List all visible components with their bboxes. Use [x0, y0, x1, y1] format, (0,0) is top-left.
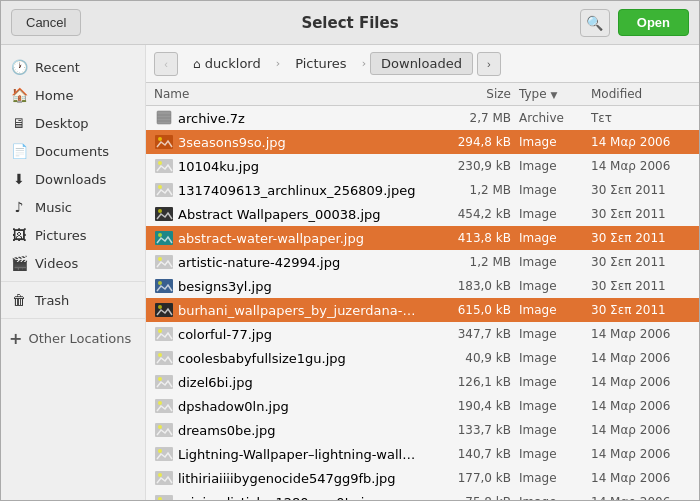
file-type: Image [511, 447, 591, 461]
breadcrumb-downloaded-label: Downloaded [381, 56, 462, 71]
sidebar-label-pictures: Pictures [35, 228, 86, 243]
svg-point-9 [158, 161, 162, 165]
file-type: Image [511, 231, 591, 245]
file-modified: 14 Μαρ 2006 [591, 135, 691, 149]
breadcrumb-forward-button[interactable]: › [477, 52, 501, 76]
table-row[interactable]: archive.7z 2,7 MB Archive Τετ [146, 106, 699, 130]
sidebar-item-trash[interactable]: 🗑 Trash [1, 286, 145, 314]
file-size: 75,8 kB [421, 495, 511, 500]
file-size: 133,7 kB [421, 423, 511, 437]
file-type: Image [511, 183, 591, 197]
table-row[interactable]: 3seasons9so.jpg 294,8 kB Image 14 Μαρ 20… [146, 130, 699, 154]
table-row[interactable]: coolesbabyfullsize1gu.jpg 40,9 kB Image … [146, 346, 699, 370]
table-row[interactable]: Lightning-Wallpaper–lightning-wallpapers… [146, 442, 699, 466]
file-size: 1,2 MB [421, 183, 511, 197]
header-left: Cancel [11, 9, 81, 36]
main-area: 🕐 Recent 🏠 Home 🖥 Desktop 📄 Documents ⬇ … [1, 45, 699, 500]
file-icon [154, 350, 174, 366]
file-dialog: Cancel Select Files 🔍 Open 🕐 Recent 🏠 Ho… [0, 0, 700, 501]
table-row[interactable]: dizel6bi.jpg 126,1 kB Image 14 Μαρ 2006 [146, 370, 699, 394]
file-type: Image [511, 375, 591, 389]
file-modified: 14 Μαρ 2006 [591, 495, 691, 500]
file-type: Image [511, 495, 591, 500]
file-size: 2,7 MB [421, 111, 511, 125]
sidebar-item-pictures[interactable]: 🖼 Pictures [1, 221, 145, 249]
file-list: archive.7z 2,7 MB Archive Τετ 3seasons9s… [146, 106, 699, 500]
file-modified: 30 Σεπ 2011 [591, 207, 691, 221]
table-row[interactable]: dreams0be.jpg 133,7 kB Image 14 Μαρ 2006 [146, 418, 699, 442]
file-modified: 14 Μαρ 2006 [591, 423, 691, 437]
sidebar-item-music[interactable]: ♪ Music [1, 193, 145, 221]
breadcrumb-separator-2: › [362, 57, 366, 70]
file-name: archive.7z [178, 111, 421, 126]
table-row[interactable]: lithiriaiiiibygenocide547gg9fb.jpg 177,0… [146, 466, 699, 490]
pictures-icon: 🖼 [11, 227, 27, 243]
file-type: Image [511, 207, 591, 221]
table-row[interactable]: burhani_wallpapers_by_juzerdana-d3k4h2q.… [146, 298, 699, 322]
sidebar-item-documents[interactable]: 📄 Documents [1, 137, 145, 165]
sidebar-item-recent[interactable]: 🕐 Recent [1, 53, 145, 81]
sidebar-item-downloads[interactable]: ⬇ Downloads [1, 165, 145, 193]
col-header-type[interactable]: Type ▼ [511, 87, 591, 101]
breadcrumb-pictures-label: Pictures [295, 56, 346, 71]
file-modified: 30 Σεπ 2011 [591, 183, 691, 197]
file-type: Image [511, 159, 591, 173]
sidebar-item-home[interactable]: 🏠 Home [1, 81, 145, 109]
file-size: 183,0 kB [421, 279, 511, 293]
header-right: 🔍 Open [580, 9, 689, 37]
file-size: 40,9 kB [421, 351, 511, 365]
file-size: 177,0 kB [421, 471, 511, 485]
file-size: 230,9 kB [421, 159, 511, 173]
table-row[interactable]: 1317409613_archlinux_256809.jpeg 1,2 MB … [146, 178, 699, 202]
table-row[interactable]: dpshadow0ln.jpg 190,4 kB Image 14 Μαρ 20… [146, 394, 699, 418]
svg-point-12 [158, 185, 162, 189]
file-icon [154, 158, 174, 174]
chevron-left-icon: ‹ [164, 58, 168, 70]
table-row[interactable]: 10104ku.jpg 230,9 kB Image 14 Μαρ 2006 [146, 154, 699, 178]
sidebar-item-videos[interactable]: 🎬 Videos [1, 249, 145, 277]
breadcrumb-back-button[interactable]: ‹ [154, 52, 178, 76]
breadcrumb-home[interactable]: ⌂ ducklord [182, 52, 272, 75]
svg-point-27 [158, 305, 162, 309]
file-type: Image [511, 399, 591, 413]
sidebar-label-desktop: Desktop [35, 116, 89, 131]
search-button[interactable]: 🔍 [580, 9, 610, 37]
svg-point-36 [158, 377, 162, 381]
open-button[interactable]: Open [618, 9, 689, 36]
file-icon [154, 302, 174, 318]
svg-point-42 [158, 425, 162, 429]
col-header-modified[interactable]: Modified [591, 87, 691, 101]
breadcrumb-downloaded[interactable]: Downloaded [370, 52, 473, 75]
file-modified: 14 Μαρ 2006 [591, 399, 691, 413]
file-type: Image [511, 279, 591, 293]
table-row[interactable]: Abstract Wallpapers_00038.jpg 454,2 kB I… [146, 202, 699, 226]
cancel-button[interactable]: Cancel [11, 9, 81, 36]
file-modified: 14 Μαρ 2006 [591, 447, 691, 461]
file-size: 454,2 kB [421, 207, 511, 221]
file-name: colorful-77.jpg [178, 327, 421, 342]
table-row[interactable]: abstract-water-wallpaper.jpg 413,8 kB Im… [146, 226, 699, 250]
breadcrumb-pictures[interactable]: Pictures [284, 52, 357, 75]
table-row[interactable]: besigns3yl.jpg 183,0 kB Image 30 Σεπ 201… [146, 274, 699, 298]
file-modified: 14 Μαρ 2006 [591, 159, 691, 173]
file-name: artistic-nature-42994.jpg [178, 255, 421, 270]
sidebar-item-desktop[interactable]: 🖥 Desktop [1, 109, 145, 137]
svg-point-6 [158, 137, 162, 141]
file-icon [154, 110, 174, 126]
chevron-right-icon: › [487, 58, 491, 70]
file-modified: 14 Μαρ 2006 [591, 471, 691, 485]
col-header-size[interactable]: Size [421, 87, 511, 101]
table-row[interactable]: artistic-nature-42994.jpg 1,2 MB Image 3… [146, 250, 699, 274]
table-row[interactable]: colorful-77.jpg 347,7 kB Image 14 Μαρ 20… [146, 322, 699, 346]
svg-point-18 [158, 233, 162, 237]
file-icon [154, 374, 174, 390]
file-size: 347,7 kB [421, 327, 511, 341]
file-type: Image [511, 327, 591, 341]
col-header-name[interactable]: Name [154, 87, 421, 101]
file-type: Image [511, 423, 591, 437]
file-type: Image [511, 135, 591, 149]
table-row[interactable]: minimalisticbw1280mac0ts.jpg 75,8 kB Ima… [146, 490, 699, 500]
file-name: minimalisticbw1280mac0ts.jpg [178, 495, 421, 501]
file-icon [154, 182, 174, 198]
sidebar-item-other-locations[interactable]: + Other Locations [1, 323, 145, 354]
